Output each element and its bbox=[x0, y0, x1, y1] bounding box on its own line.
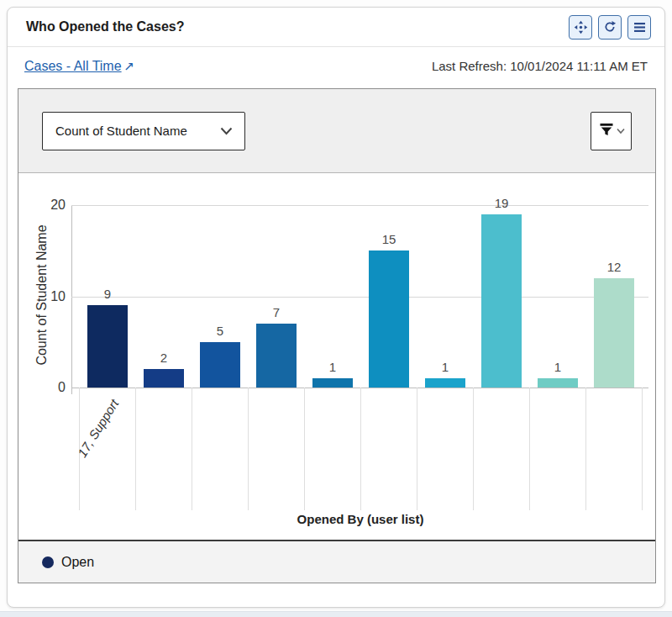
external-link-arrow-icon: ↗ bbox=[124, 59, 135, 74]
x-tick-line bbox=[642, 388, 643, 510]
bar-value-label: 5 bbox=[192, 324, 249, 339]
bar[interactable] bbox=[369, 250, 409, 388]
bar-value-label: 1 bbox=[417, 360, 474, 375]
move-icon bbox=[574, 20, 588, 34]
bar-value-label: 1 bbox=[304, 360, 361, 375]
chevron-down-icon bbox=[220, 124, 233, 138]
x-tick-line bbox=[192, 388, 192, 510]
measure-dropdown[interactable]: Count of Student Name bbox=[42, 112, 245, 150]
legend-label: Open bbox=[61, 555, 94, 570]
page-background-strip bbox=[0, 611, 672, 617]
x-tick-line bbox=[585, 388, 586, 510]
legend-dot bbox=[42, 556, 54, 568]
bar-value-label: 19 bbox=[473, 196, 530, 211]
widget-header-buttons bbox=[569, 15, 651, 40]
refresh-button[interactable] bbox=[598, 15, 622, 40]
bar-value-label: 2 bbox=[135, 351, 192, 366]
bar-value-label: 12 bbox=[585, 260, 643, 275]
x-tick-line bbox=[135, 388, 136, 510]
plot-area: 01020925711511911217, Support bbox=[18, 173, 655, 540]
x-tick-line bbox=[417, 388, 417, 510]
bar-chart: 01020925711511911217, Support Count of S… bbox=[18, 173, 655, 540]
move-widget-button[interactable] bbox=[569, 15, 592, 40]
bar-value-label: 1 bbox=[529, 360, 586, 375]
refresh-icon bbox=[603, 20, 617, 34]
gridline bbox=[71, 205, 648, 206]
chart-toolbar: Count of Student Name bbox=[18, 89, 655, 173]
filter-dropdown-button[interactable] bbox=[591, 112, 632, 150]
x-tick-line bbox=[360, 388, 361, 510]
x-tick-line bbox=[304, 388, 305, 510]
widget-header: Who Opened the Cases? bbox=[8, 8, 664, 47]
report-link-text: Cases - All Time bbox=[24, 59, 122, 73]
chart-legend: Open bbox=[18, 540, 655, 583]
y-axis-line bbox=[71, 205, 72, 394]
x-axis-title: Opened By (user list) bbox=[71, 512, 649, 526]
bar-value-label: 9 bbox=[79, 287, 136, 302]
x-tick-line bbox=[473, 388, 474, 510]
bar[interactable] bbox=[200, 342, 240, 388]
y-tick-label: 20 bbox=[25, 197, 66, 214]
widget-menu-button[interactable] bbox=[627, 15, 651, 40]
y-axis-title: Count of Student Name bbox=[34, 219, 50, 371]
widget-subheader: Cases - All Time↗ Last Refresh: 10/01/20… bbox=[8, 47, 664, 88]
dashboard-widget-card: Who Opened the Cases? bbox=[7, 7, 665, 608]
chevron-down-icon bbox=[617, 124, 625, 137]
funnel-icon bbox=[598, 121, 615, 140]
widget-title: Who Opened the Cases? bbox=[26, 19, 184, 34]
bar[interactable] bbox=[594, 278, 634, 388]
x-tick-line bbox=[248, 388, 249, 510]
report-link[interactable]: Cases - All Time↗ bbox=[24, 59, 134, 74]
gridline bbox=[71, 297, 648, 298]
bar[interactable] bbox=[481, 214, 522, 388]
bar[interactable] bbox=[87, 305, 128, 388]
x-tick-line bbox=[529, 388, 530, 510]
measure-dropdown-value: Count of Student Name bbox=[55, 124, 187, 138]
bar[interactable] bbox=[538, 378, 578, 388]
bar[interactable] bbox=[312, 378, 353, 388]
x-tick-label: 17, Support bbox=[47, 397, 122, 504]
hamburger-menu-icon bbox=[633, 22, 646, 33]
bar[interactable] bbox=[425, 378, 465, 388]
bar-value-label: 7 bbox=[248, 305, 305, 320]
last-refresh-text: Last Refresh: 10/01/2024 11:11 AM ET bbox=[432, 59, 648, 73]
bar-value-label: 15 bbox=[360, 232, 417, 247]
bar[interactable] bbox=[144, 369, 184, 388]
chart-panel: Count of Student Name bbox=[18, 88, 656, 583]
bar[interactable] bbox=[256, 324, 297, 388]
y-tick-label: 0 bbox=[25, 379, 66, 396]
